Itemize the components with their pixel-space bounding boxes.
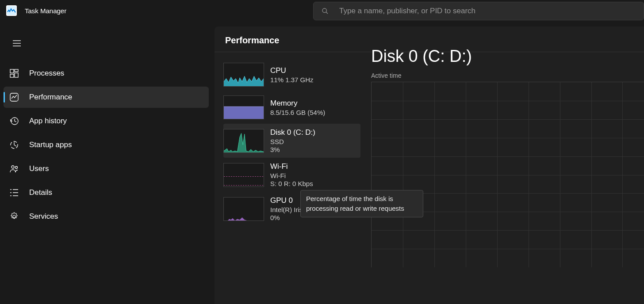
perf-item-sub: SSD (270, 138, 315, 145)
history-icon (10, 117, 19, 125)
sidebar-item-label: App history (29, 117, 67, 125)
sidebar-item-startup[interactable]: Startup apps (4, 134, 209, 156)
content-pane: Performance CPU 11% 1.37 GHz Memory 8.5/… (215, 27, 644, 304)
svg-rect-24 (224, 106, 264, 119)
svg-point-22 (13, 215, 15, 218)
app-icon (6, 5, 17, 16)
sidebar-item-processes[interactable]: Processes (4, 63, 209, 84)
perf-item-sub: Wi-Fi (270, 172, 313, 179)
svg-line-3 (326, 12, 328, 14)
perf-item-name: CPU (270, 66, 314, 75)
perf-item-sub: 8.5/15.6 GB (54%) (270, 109, 325, 116)
svg-rect-7 (10, 69, 14, 73)
sidebar-item-label: Processes (29, 69, 64, 78)
perf-item-sub2: S: 0 R: 0 Kbps (270, 180, 313, 187)
search-bar[interactable] (313, 2, 644, 20)
active-time-chart (371, 82, 644, 267)
sidebar: Processes Performance App history Startu… (0, 27, 212, 304)
sidebar-item-label: Users (29, 164, 49, 173)
services-icon (10, 212, 19, 221)
search-input[interactable] (339, 7, 636, 15)
svg-rect-9 (15, 73, 18, 77)
svg-marker-29 (224, 217, 264, 220)
perf-item-wifi[interactable]: Wi-Fi Wi-Fi S: 0 R: 0 Kbps (223, 158, 360, 192)
processes-icon (10, 69, 19, 78)
gpu-thumb (223, 197, 264, 221)
sidebar-item-performance[interactable]: Performance (4, 87, 209, 108)
perf-item-memory[interactable]: Memory 8.5/15.6 GB (54%) (223, 91, 360, 124)
tooltip-text: Percentage of time the disk is processin… (306, 195, 404, 212)
sidebar-item-label: Services (29, 212, 58, 221)
detail-title: Disk 0 (C: D:) (371, 47, 644, 66)
details-icon (10, 188, 19, 197)
page-title: Performance (223, 35, 644, 46)
svg-rect-10 (10, 74, 14, 77)
svg-rect-8 (15, 69, 18, 72)
perf-item-cpu[interactable]: CPU 11% 1.37 GHz (223, 58, 360, 91)
users-icon (10, 164, 19, 173)
cpu-thumb (223, 63, 264, 87)
sidebar-item-label: Startup apps (29, 141, 72, 149)
sidebar-item-label: Performance (29, 93, 72, 102)
sidebar-item-details[interactable]: Details (4, 182, 209, 203)
wifi-thumb (223, 163, 264, 187)
sidebar-item-users[interactable]: Users (4, 158, 209, 179)
tooltip: Percentage of time the disk is processin… (300, 190, 423, 217)
performance-icon (10, 93, 19, 102)
memory-thumb (223, 95, 264, 119)
perf-item-name: Memory (270, 99, 325, 108)
sidebar-item-apphistory[interactable]: App history (4, 110, 209, 132)
svg-point-2 (322, 8, 326, 12)
perf-item-name: Wi-Fi (270, 162, 313, 171)
hamburger-icon (13, 40, 21, 46)
chart-label: Active time (371, 72, 644, 79)
perf-item-name: Disk 0 (C: D:) (270, 128, 315, 137)
perf-item-sub: 11% 1.37 GHz (270, 76, 314, 84)
perf-item-disk0[interactable]: Disk 0 (C: D:) SSD 3% (223, 124, 360, 158)
search-icon (322, 8, 329, 15)
svg-point-14 (12, 166, 14, 168)
svg-point-15 (15, 167, 18, 169)
menu-toggle[interactable] (6, 33, 27, 54)
startup-icon (10, 141, 19, 149)
sidebar-item-services[interactable]: Services (4, 206, 209, 227)
sidebar-item-label: Details (29, 188, 52, 197)
app-title: Task Manager (25, 7, 66, 15)
detail-pane: Disk 0 (C: D:) Active time (365, 47, 644, 304)
disk-thumb (223, 129, 264, 153)
svg-marker-26 (224, 133, 264, 152)
perf-item-sub2: 3% (270, 146, 315, 153)
